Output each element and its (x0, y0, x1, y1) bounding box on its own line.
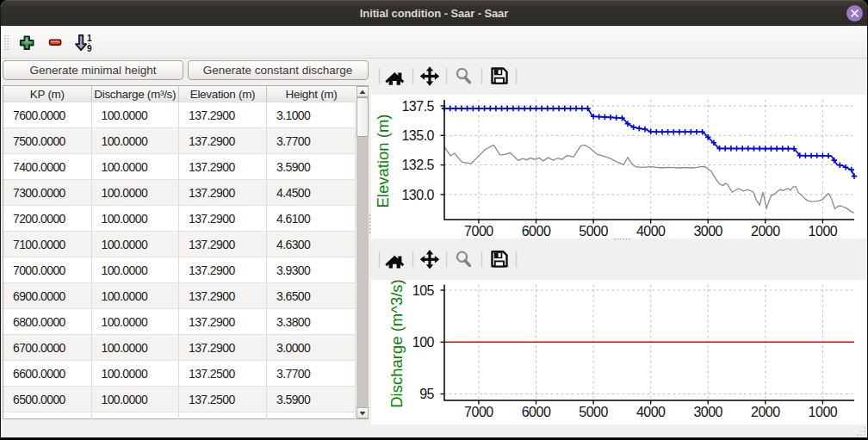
svg-text:Elevation (m): Elevation (m) (374, 115, 392, 208)
svg-text:7000: 7000 (464, 224, 493, 239)
svg-text:3000: 3000 (693, 405, 722, 419)
svg-text:132.5: 132.5 (401, 158, 434, 172)
svg-text:3000: 3000 (693, 224, 722, 239)
svg-text:Discharge (m^3/s): Discharge (m^3/s) (388, 279, 406, 408)
svg-text:9: 9 (87, 44, 92, 53)
svg-text:95: 95 (419, 387, 434, 401)
svg-text:2000: 2000 (751, 224, 780, 239)
svg-text:2000: 2000 (751, 405, 780, 419)
svg-text:5000: 5000 (579, 224, 608, 239)
svg-text:105: 105 (412, 283, 435, 298)
svg-text:4000: 4000 (636, 224, 666, 239)
svg-text:137.5: 137.5 (401, 99, 434, 114)
svg-text:130.0: 130.0 (401, 188, 434, 202)
svg-text:6000: 6000 (522, 224, 551, 239)
svg-text:1000: 1000 (809, 224, 838, 239)
svg-text:7000: 7000 (464, 405, 493, 419)
svg-text:5000: 5000 (579, 405, 608, 419)
svg-text:100: 100 (412, 335, 435, 350)
svg-text:6000: 6000 (522, 405, 551, 419)
svg-text:135.0: 135.0 (401, 128, 434, 143)
svg-text:4000: 4000 (636, 405, 666, 419)
svg-text:1000: 1000 (809, 405, 838, 419)
